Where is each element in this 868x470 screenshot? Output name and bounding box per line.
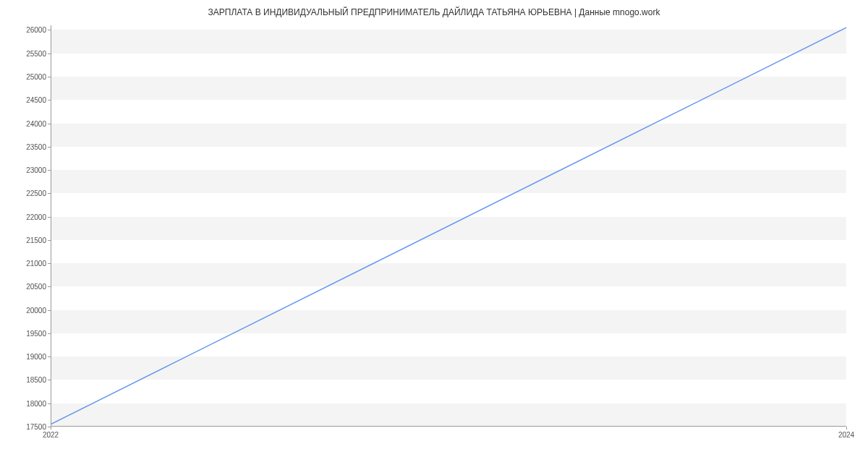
x-tick-label: 2024	[838, 431, 854, 439]
y-tick-mark	[48, 30, 51, 30]
y-tick-mark	[48, 240, 51, 241]
grid-band	[51, 403, 846, 427]
y-tick-label: 26000	[10, 26, 46, 34]
grid-band	[51, 77, 846, 100]
chart-title: ЗАРПЛАТА В ИНДИВИДУАЛЬНЫЙ ПРЕДПРИНИМАТЕЛ…	[0, 7, 868, 17]
grid-band	[51, 170, 846, 193]
x-tick-label: 2022	[43, 431, 59, 439]
y-tick-label: 19000	[10, 353, 46, 361]
y-tick-mark	[48, 170, 51, 171]
line-chart: ЗАРПЛАТА В ИНДИВИДУАЛЬНЫЙ ПРЕДПРИНИМАТЕЛ…	[0, 0, 868, 470]
y-tick-label: 21500	[10, 236, 46, 244]
y-axis	[51, 25, 51, 427]
x-tick-mark	[51, 427, 51, 430]
y-tick-mark	[48, 333, 51, 334]
grid-band	[51, 30, 846, 53]
y-tick-label: 24000	[10, 119, 46, 127]
y-tick-label: 22000	[10, 213, 46, 221]
y-tick-label: 19500	[10, 329, 46, 337]
y-tick-label: 25000	[10, 72, 46, 80]
y-tick-label: 21000	[10, 260, 46, 268]
grid-band	[51, 124, 846, 147]
y-tick-label: 18500	[10, 376, 46, 384]
grid-band	[51, 263, 846, 286]
y-tick-label: 22500	[10, 189, 46, 197]
y-tick-label: 20000	[10, 306, 46, 314]
y-tick-mark	[48, 100, 51, 101]
plot-area	[51, 25, 846, 427]
y-tick-mark	[48, 193, 51, 194]
grid-band	[51, 356, 846, 380]
y-tick-mark	[48, 124, 51, 124]
y-tick-label: 18000	[10, 399, 46, 407]
y-tick-label: 24500	[10, 96, 46, 104]
y-tick-mark	[48, 310, 51, 311]
y-tick-mark	[48, 263, 51, 264]
x-axis	[51, 426, 846, 427]
grid-band	[51, 217, 846, 240]
y-tick-label: 25500	[10, 49, 46, 57]
y-tick-mark	[48, 77, 51, 77]
y-tick-label: 20500	[10, 283, 46, 291]
y-tick-label: 23000	[10, 166, 46, 174]
y-tick-label: 17500	[10, 423, 46, 431]
y-tick-mark	[48, 147, 51, 148]
y-tick-mark	[48, 356, 51, 357]
y-tick-mark	[48, 403, 51, 404]
grid-band	[51, 310, 846, 333]
y-tick-label: 23500	[10, 142, 46, 150]
y-tick-mark	[48, 380, 51, 380]
y-tick-mark	[48, 217, 51, 218]
x-tick-mark	[846, 427, 847, 430]
y-tick-mark	[48, 286, 51, 287]
y-tick-mark	[48, 54, 51, 54]
